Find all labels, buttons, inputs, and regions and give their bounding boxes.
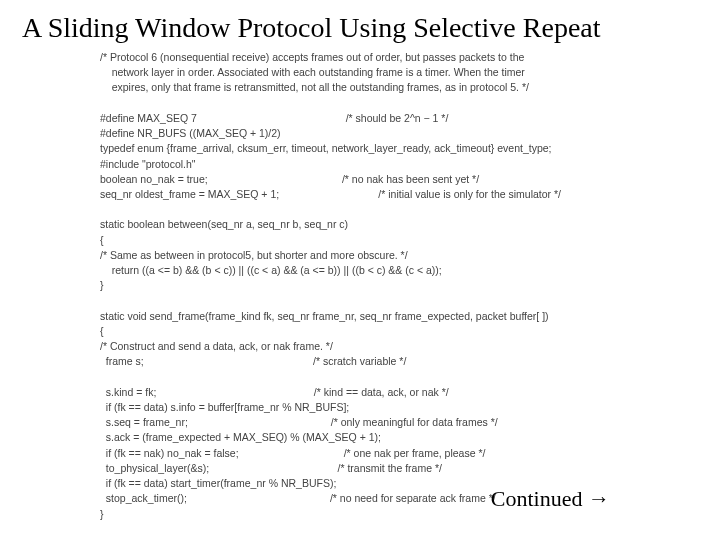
code-line: s.kind = fk; /* kind == data, ack, or na…: [100, 386, 449, 398]
code-block: /* Protocol 6 (nonsequential receive) ac…: [0, 50, 720, 522]
code-line: #define NR_BUFS ((MAX_SEQ + 1)/2): [100, 127, 281, 139]
code-line: if (fk == data) s.info = buffer[frame_nr…: [100, 401, 349, 413]
code-line: {: [100, 325, 104, 337]
code-line: /* Protocol 6 (nonsequential receive) ac…: [100, 51, 524, 63]
code-line: stop_ack_timer(); /* no need for separat…: [100, 492, 496, 504]
code-line: expires, only that frame is retransmitte…: [100, 81, 529, 93]
slide-title: A Sliding Window Protocol Using Selectiv…: [0, 0, 720, 50]
continued-label: Continued →: [491, 486, 610, 512]
code-line: if (fk == nak) no_nak = false; /* one na…: [100, 447, 485, 459]
code-line: if (fk == data) start_timer(frame_nr % N…: [100, 477, 336, 489]
code-line: network layer in order. Associated with …: [100, 66, 525, 78]
code-line: static boolean between(seq_nr a, seq_nr …: [100, 218, 348, 230]
code-line: boolean no_nak = true; /* no nak has bee…: [100, 173, 479, 185]
code-line: }: [100, 508, 104, 520]
code-line: seq_nr oldest_frame = MAX_SEQ + 1; /* in…: [100, 188, 561, 200]
code-line: #define MAX_SEQ 7 /* should be 2^n − 1 *…: [100, 112, 448, 124]
slide: A Sliding Window Protocol Using Selectiv…: [0, 0, 720, 540]
code-line: }: [100, 279, 104, 291]
code-line: static void send_frame(frame_kind fk, se…: [100, 310, 549, 322]
code-line: /* Same as between in protocol5, but sho…: [100, 249, 408, 261]
code-line: s.seq = frame_nr; /* only meaningful for…: [100, 416, 498, 428]
code-line: #include "protocol.h": [100, 158, 196, 170]
code-line: {: [100, 234, 104, 246]
code-line: to_physical_layer(&s); /* transmit the f…: [100, 462, 442, 474]
code-line: typedef enum {frame_arrival, cksum_err, …: [100, 142, 552, 154]
code-line: frame s; /* scratch variable */: [100, 355, 406, 367]
code-line: /* Construct and send a data, ack, or na…: [100, 340, 333, 352]
code-line: s.ack = (frame_expected + MAX_SEQ) % (MA…: [100, 431, 381, 443]
code-line: return ((a <= b) && (b < c)) || ((c < a)…: [100, 264, 442, 276]
